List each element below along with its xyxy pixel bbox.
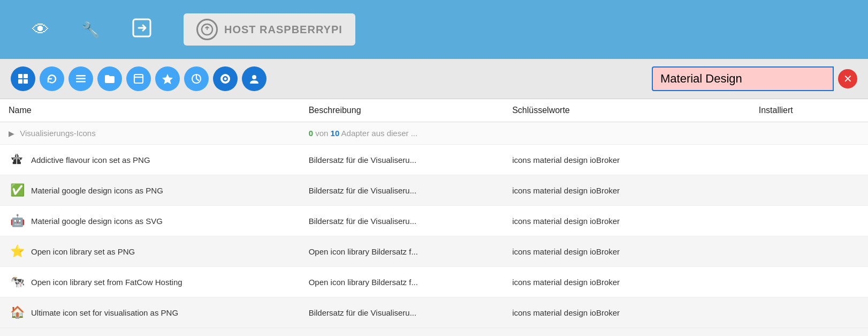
category-installed (750, 122, 868, 145)
list-view-button[interactable] (68, 66, 93, 91)
table-header: Name Beschreibung Schlüsselworte Install… (0, 99, 868, 122)
adapter-name-cell: 🏠 Ultimate icon set for visualisation as… (0, 297, 300, 328)
table-row[interactable]: 🛣 Addictive flavour icon set as PNG Bild… (0, 145, 868, 175)
eye-icon[interactable]: 👁 (32, 20, 49, 40)
adapter-desc: Open icon library Bildersatz f... (300, 236, 504, 267)
adapter-icon: 🐄 (9, 273, 26, 290)
installed-count: 0 (309, 129, 313, 138)
adapter-icon: 🏠 (9, 304, 26, 321)
adapter-name-cell: 🤖 Material google design icons as SVG (0, 206, 300, 236)
svg-rect-5 (24, 79, 28, 84)
adapter-desc: Open icon library Bildersatz f... (300, 267, 504, 297)
adapter-name: Material google design icons as PNG (31, 186, 163, 195)
search-container: ✕ (652, 66, 857, 91)
adapter-name: Addictive flavour icon set as PNG (31, 155, 150, 165)
host-button[interactable]: HOST RASPBERRYPI (184, 13, 355, 46)
adapter-keys: icons material design ioBroker (504, 297, 750, 328)
host-label: HOST RASPBERRYPI (224, 24, 342, 36)
search-clear-button[interactable]: ✕ (838, 69, 857, 88)
adapter-installed (750, 267, 868, 297)
col-inst-header: Installiert (750, 99, 868, 122)
adapter-installed (750, 297, 868, 328)
adapter-name-cell: 🛣 Addictive flavour icon set as PNG (0, 145, 300, 175)
folder-button[interactable] (97, 66, 122, 91)
collapse-arrow-icon: ▶ (9, 129, 14, 138)
adapter-icon: 🛣 (9, 151, 26, 168)
adapter-installed (750, 145, 868, 175)
svg-rect-9 (134, 74, 143, 83)
adapter-icon: ⭐ (9, 243, 26, 260)
svg-rect-3 (24, 74, 28, 78)
table-row[interactable]: ⭐ Open icon library set as PNG Open icon… (0, 236, 868, 267)
user-button[interactable] (242, 66, 267, 91)
table-row[interactable]: ▶ Visualisierungs-Icons 0 von 10 Adapter… (0, 122, 868, 145)
svg-rect-2 (18, 74, 22, 78)
refresh-button[interactable] (40, 66, 64, 91)
category-name: ▶ Visualisierungs-Icons (0, 122, 300, 145)
category-keys (504, 122, 750, 145)
svg-marker-11 (162, 74, 173, 84)
adapter-icon: ✅ (9, 182, 26, 199)
wrench-icon[interactable]: 🔧 (81, 21, 100, 39)
table-row[interactable]: 🏠 Ultimate icon set for visualisation as… (0, 297, 868, 328)
adapter-keys: icons material design ioBroker (504, 145, 750, 175)
adapter-name: Ultimate icon set for visualisation as P… (31, 308, 178, 317)
adapter-name-cell: ⭐ Open icon library set as PNG (0, 236, 300, 267)
export-icon[interactable] (132, 18, 151, 41)
svg-rect-4 (18, 79, 22, 84)
adapter-name-cell: 🐄 Open icon library set from FatCow Host… (0, 267, 300, 297)
header: 👁 🔧 HOST RASPBERRYPI (0, 0, 868, 59)
window-button[interactable] (126, 66, 151, 91)
adapter-desc: Bildersatz für die Visualiseru... (300, 206, 504, 236)
adapter-keys: icons material design ioBroker (504, 175, 750, 206)
svg-point-16 (252, 75, 256, 79)
toolbar: ✕ (0, 59, 868, 99)
svg-rect-7 (76, 78, 86, 80)
svg-rect-6 (76, 75, 86, 77)
adapter-keys: icons material design ioBroker (504, 206, 750, 236)
col-desc-header: Beschreibung (300, 99, 504, 122)
col-keys-header: Schlüsselworte (504, 99, 750, 122)
table-row[interactable]: ✅ Material google design icons as PNG Bi… (0, 175, 868, 206)
host-logo-icon (196, 19, 218, 40)
adapter-desc: Bildersatz für die Visualiseru... (300, 297, 504, 328)
update-button[interactable] (184, 66, 209, 91)
adapter-name: Open icon library set from FatCow Hostin… (31, 278, 182, 287)
adapter-installed (750, 175, 868, 206)
adapter-keys: icons material design ioBroker (504, 267, 750, 297)
adapter-icon: 🤖 (9, 212, 26, 229)
adapter-keys: icons material design ioBroker (504, 236, 750, 267)
adapter-installed (750, 206, 868, 236)
adapter-name: Material google design icons as SVG (31, 216, 163, 226)
favorites-button[interactable] (155, 66, 180, 91)
category-desc: 0 von 10 Adapter aus dieser ... (300, 122, 504, 145)
svg-rect-8 (76, 81, 86, 83)
grid-view-button[interactable] (11, 66, 35, 91)
table-row[interactable]: 🐄 Open icon library set from FatCow Host… (0, 267, 868, 297)
adapter-name-cell: ✅ Material google design icons as PNG (0, 175, 300, 206)
svg-point-15 (224, 78, 227, 80)
github-button[interactable] (213, 66, 238, 91)
adapter-desc: Bildersatz für die Visualiseru... (300, 175, 504, 206)
adapter-table: Name Beschreibung Schlüsselworte Install… (0, 99, 868, 328)
search-input[interactable] (652, 66, 834, 91)
total-count: 10 (331, 129, 340, 138)
adapter-desc: Bildersatz für die Visualiseru... (300, 145, 504, 175)
adapter-name: Open icon library set as PNG (31, 247, 135, 256)
table-row[interactable]: 🤖 Material google design icons as SVG Bi… (0, 206, 868, 236)
col-name-header: Name (0, 99, 300, 122)
adapter-installed (750, 236, 868, 267)
